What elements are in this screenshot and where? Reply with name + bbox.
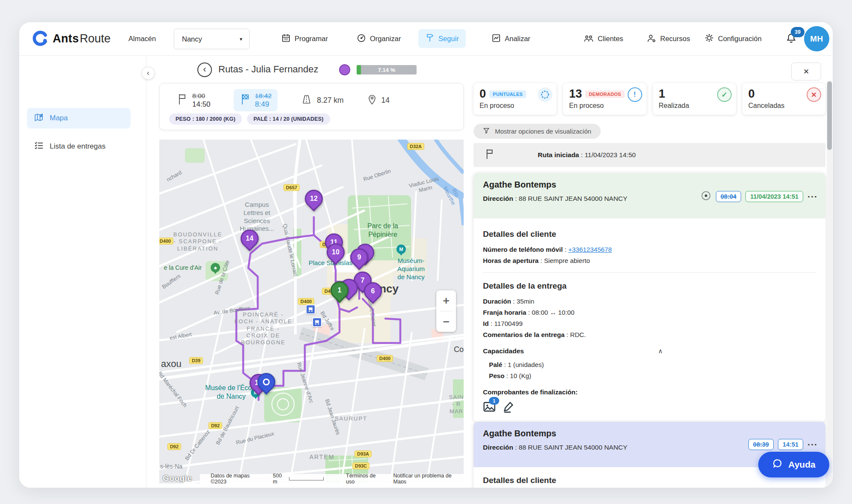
metro-station-icon[interactable] — [306, 304, 316, 314]
antsroute-logo[interactable]: AntsRoute — [32, 22, 110, 55]
route-stats-row: 8:0014:50 18:428:49 8.27 km 14 — [160, 88, 463, 113]
map-label: Cosn — [454, 345, 464, 355]
distance-value: 8.27 km — [317, 96, 343, 105]
duration-label: Duración — [483, 298, 511, 305]
map-label: Rue Oberlin — [363, 168, 392, 183]
map-overlay: nchardRue OberlinViaduc Louis MarinRío M… — [159, 140, 464, 483]
client-details-heading: Detalles del cliente — [483, 476, 816, 485]
person-gear-icon — [646, 33, 656, 45]
hours-label: Horas de apertura — [483, 257, 539, 264]
close-panel-button[interactable]: ✕ — [791, 63, 821, 81]
logo-icon — [32, 30, 49, 48]
road-badge: D400 — [377, 355, 393, 362]
map-label: Parc de la Pépinière — [367, 222, 398, 239]
pallet-value: 1 (unidades) — [508, 361, 544, 368]
delivery-id-label: Id — [483, 320, 489, 327]
nav-configuracion[interactable]: Configuración — [704, 22, 762, 55]
puntuales-label: En proceso — [480, 102, 551, 110]
duration-value: 35min — [517, 298, 534, 305]
nav-programar[interactable]: Programar — [281, 22, 328, 55]
sidebar-collapse-button[interactable]: ‹ — [142, 67, 155, 80]
map-label: axou — [161, 358, 182, 370]
road-badge: D400 — [298, 298, 314, 305]
status-card-realizada: 1 ✓ Realizada — [653, 83, 736, 115]
road-badge: D657 — [283, 184, 300, 191]
flag-icon — [485, 148, 495, 162]
demorados-count: 13 — [569, 87, 582, 100]
panel-scrollbar-thumb[interactable] — [827, 81, 832, 150]
nav-clientes[interactable]: Clientes — [584, 22, 623, 55]
map-label: nchard — [166, 170, 183, 184]
back-button[interactable]: ‹ — [197, 63, 212, 77]
panel-scrollbar-track[interactable] — [827, 81, 832, 488]
time-window-label: Franja horaria — [483, 309, 526, 316]
road-icon — [301, 94, 313, 107]
signature-proof-button[interactable] — [503, 401, 515, 415]
sidebar-item-lista-label: Lista de entregas — [50, 142, 105, 151]
nav-seguir[interactable]: Seguir — [418, 29, 466, 48]
map-label: Rue Jeanne d'Arc — [295, 362, 314, 404]
map-attribution-bar: Datos de mapas ©2023 500 m Términos de u… — [200, 474, 464, 483]
target-icon[interactable] — [700, 190, 712, 203]
museum-poi-icon[interactable]: M — [396, 245, 406, 254]
stop-1-address-label: Dirección — [483, 195, 513, 202]
church-poi-icon[interactable]: ♣ — [211, 263, 220, 272]
phone-link[interactable]: +33612345678 — [568, 246, 612, 253]
chevron-up-icon[interactable]: ∧ — [658, 347, 663, 355]
map-label: SAURUPT — [335, 415, 367, 422]
photo-proof-button[interactable]: 1 — [483, 401, 496, 415]
display-options-button[interactable]: Mostrar opciones de visualización — [474, 124, 601, 139]
map-icon — [34, 112, 44, 125]
warehouse-select[interactable]: Nancy ▼ — [174, 29, 250, 49]
nav-analizar[interactable]: Analizar — [492, 22, 530, 55]
map-marker-12[interactable]: 12 — [301, 186, 326, 211]
zoom-out-button[interactable]: − — [436, 311, 456, 332]
avatar[interactable]: MH — [804, 26, 829, 51]
nav-seguir-label: Seguir — [438, 35, 459, 43]
demorados-label: En proceso — [569, 102, 640, 110]
close-icon: ✕ — [803, 67, 809, 76]
zoom-in-button[interactable]: + — [436, 290, 456, 311]
road-badge: D93C — [352, 462, 369, 469]
map-canvas[interactable]: nchardRue OberlinViaduc Louis MarinRío M… — [159, 140, 464, 483]
stop-2-actual-time: 14:51 — [778, 439, 803, 450]
map-copyright: Datos de mapas ©2023 — [211, 473, 262, 483]
chat-bubble-icon — [772, 458, 783, 471]
logo-text-bold: Ants — [53, 32, 79, 45]
nav-organizar-label: Organizar — [370, 35, 401, 43]
stop-1-address: 88 RUE SAINT JEAN 54000 NANCY — [519, 195, 628, 202]
notifications-button[interactable]: 39 — [781, 22, 802, 55]
stop-2-address: 88 RUE SAINT JEAN 54000 NANCY — [519, 444, 628, 451]
map-terms-link[interactable]: Términos de uso — [346, 473, 382, 483]
help-button-label: Ayuda — [788, 459, 815, 470]
spinner-icon — [538, 87, 552, 102]
sidebar-item-lista[interactable]: Lista de entregas — [27, 136, 131, 157]
map-label: ARTEM — [310, 453, 335, 461]
stop-1-name: Agathe Bontemps — [483, 180, 816, 190]
nav-organizar[interactable]: Organizar — [357, 22, 401, 55]
more-options-icon[interactable]: ··· — [807, 442, 818, 447]
weight-label: Peso — [489, 372, 504, 379]
metro-station-icon[interactable] — [312, 317, 322, 327]
comments-value: RDC. — [570, 331, 586, 338]
map-label: Rue du Placieux — [235, 430, 275, 446]
app-window: AntsRoute Almacén Nancy ▼ Programar Orga… — [19, 22, 833, 488]
logo-text-light: Route — [80, 32, 110, 45]
nav-recursos[interactable]: Recursos — [646, 22, 690, 55]
stop-card-1: Agathe Bontemps Dirección : 88 RUE SAINT… — [474, 173, 825, 422]
funnel-icon — [483, 127, 490, 135]
map-marker-14[interactable]: 14 — [237, 226, 262, 251]
help-button[interactable]: Ayuda — [758, 452, 829, 477]
stop-1-header[interactable]: Agathe Bontemps Dirección : 88 RUE SAINT… — [474, 173, 825, 218]
more-options-icon[interactable]: ··· — [807, 194, 818, 199]
puntuales-count: 0 — [480, 87, 486, 100]
sidebar-item-mapa[interactable]: Mapa — [27, 108, 131, 128]
map-report-link[interactable]: Notificar un problema de Maps — [393, 473, 459, 483]
finish-flag-icon — [240, 93, 251, 107]
route-started-banner: Ruta iniciada : 11/04/2023 14:50 — [474, 143, 825, 167]
nav-configuracion-label: Configuración — [718, 35, 762, 43]
map-label: SAIN - R MAR — [449, 394, 464, 415]
calendar-icon — [281, 33, 291, 45]
start-actual: 14:50 — [192, 100, 211, 109]
time-window-value: 08:00 ↔ 10:00 — [532, 309, 575, 316]
